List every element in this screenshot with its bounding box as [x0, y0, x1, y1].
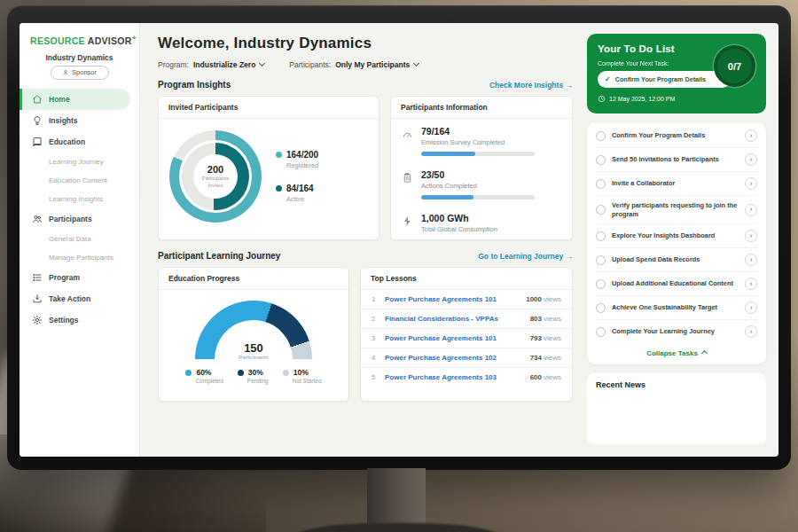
- task-row[interactable]: Explore Your Insights Dashboard ›: [596, 224, 757, 248]
- sidebar-item-learning-journey[interactable]: Learning Journey: [20, 153, 139, 171]
- section-title: Program Insights: [158, 80, 231, 90]
- lesson-row[interactable]: 3 Power Purchase Agreements 101 793views: [361, 329, 572, 348]
- sidebar-item-label: General Data: [49, 235, 91, 243]
- sidebar-item-general-data[interactable]: General Data: [20, 230, 139, 248]
- legend-dot: [185, 370, 192, 376]
- program-dropdown[interactable]: Program:Industrialize Zero: [158, 60, 264, 69]
- sidebar-item-take-action[interactable]: Take Action: [20, 288, 139, 309]
- task-checkbox[interactable]: [596, 327, 606, 337]
- task-row[interactable]: Achieve One Sustainability Target ›: [596, 296, 757, 320]
- legend-label: Registered: [286, 161, 318, 169]
- collapse-tasks-button[interactable]: Collapse Tasks: [596, 343, 757, 361]
- gear-icon: [32, 315, 43, 325]
- chevron-right-icon[interactable]: ›: [745, 204, 757, 216]
- chevron-right-icon[interactable]: ›: [745, 153, 757, 166]
- lesson-row[interactable]: 4 Power Purchase Agreements 102 734views: [361, 348, 572, 368]
- sponsor-badge[interactable]: Sponsor: [51, 66, 109, 80]
- sidebar-item-participants[interactable]: Participants: [20, 208, 139, 230]
- lesson-link[interactable]: Financial Considerations - VPPAs: [385, 315, 522, 323]
- org-name: Industry Dynamics: [20, 53, 139, 62]
- todo-panel: Your To Do List 0/7 Complete Your Next T…: [585, 23, 778, 457]
- photo-background: RESOURCE ADVISOR+ Industry Dynamics Spon…: [0, 0, 798, 532]
- donut-center-label: Participants Invited: [197, 176, 234, 188]
- task-checkbox[interactable]: [596, 205, 606, 215]
- gauge-center: 150 Participants: [195, 341, 312, 359]
- legend-item-not-started: 10% Not Started: [283, 368, 322, 384]
- legend-value: 84/164: [286, 184, 314, 193]
- card-title: Education Progress: [159, 268, 348, 290]
- donut-center: 200 Participants Invited: [193, 154, 238, 199]
- task-row[interactable]: Confirm Your Program Details ›: [596, 124, 757, 148]
- sidebar-item-label: Participants: [49, 215, 92, 223]
- task-row[interactable]: Complete Your Learning Journey ›: [596, 320, 757, 343]
- chevron-right-icon[interactable]: ›: [745, 254, 757, 266]
- sidebar-item-education-content[interactable]: Education Content: [20, 171, 139, 190]
- chevron-right-icon[interactable]: ›: [745, 278, 757, 290]
- sponsor-badge-label: Sponsor: [72, 68, 97, 76]
- go-to-learning-journey-link[interactable]: Go to Learning Journey →: [478, 252, 573, 261]
- participants-value: Only My Participants: [335, 60, 410, 69]
- sidebar-item-manage-participants[interactable]: Manage Participants: [20, 248, 139, 267]
- info-value: 1,000 GWh: [421, 213, 497, 223]
- lesson-views: 600views: [530, 373, 561, 381]
- task-row[interactable]: Verify participants requesting to join t…: [596, 196, 757, 224]
- chevron-right-icon[interactable]: ›: [745, 129, 757, 142]
- learning-journey-header: Participant Learning Journey Go to Learn…: [158, 251, 573, 261]
- lesson-row[interactable]: 1 Power Purchase Agreements 101 1000view…: [361, 290, 572, 309]
- sidebar-item-home[interactable]: Home: [20, 89, 130, 110]
- recent-news-title: Recent News: [596, 380, 757, 389]
- sidebar-item-program[interactable]: Program: [20, 267, 139, 288]
- task-row[interactable]: Upload Spend Data Records ›: [596, 248, 757, 272]
- task-checkbox[interactable]: [596, 303, 606, 313]
- participants-dropdown[interactable]: Participants:Only My Participants: [289, 60, 419, 69]
- sidebar-item-learning-insights[interactable]: Learning Insights: [20, 190, 139, 208]
- person-icon: [62, 69, 69, 76]
- task-checkbox[interactable]: [596, 131, 606, 141]
- task-row[interactable]: Invite a Collaborator ›: [596, 172, 757, 196]
- next-task-pill[interactable]: ✓ Confirm Your Program Details: [598, 71, 731, 88]
- sidebar-item-education[interactable]: Education: [20, 131, 139, 153]
- clock-icon: [598, 95, 606, 103]
- filter-bar: Program:Industrialize Zero Participants:…: [158, 60, 573, 69]
- chevron-right-icon[interactable]: ›: [745, 325, 757, 338]
- lightbulb-icon: [32, 115, 43, 126]
- lesson-link[interactable]: Power Purchase Agreements 101: [385, 295, 518, 303]
- monitor-bezel: RESOURCE ADVISOR+ Industry Dynamics Spon…: [7, 5, 791, 470]
- task-checkbox[interactable]: [596, 155, 606, 165]
- check-more-insights-link[interactable]: Check More Insights →: [489, 81, 573, 90]
- lesson-rank: 3: [372, 334, 377, 342]
- todo-tasks-card: Confirm Your Program Details › Send 50 I…: [587, 122, 766, 364]
- task-checkbox[interactable]: [596, 255, 606, 265]
- task-row[interactable]: Send 50 Invitations to Participants ›: [596, 148, 757, 172]
- sidebar-item-settings[interactable]: Settings: [20, 309, 139, 331]
- sidebar-item-insights[interactable]: Insights: [20, 110, 139, 131]
- lesson-row[interactable]: 2 Financial Considerations - VPPAs 803vi…: [361, 309, 572, 329]
- legend-value: 164/200: [286, 150, 318, 160]
- sidebar: RESOURCE ADVISOR+ Industry Dynamics Spon…: [20, 23, 140, 457]
- lesson-link[interactable]: Power Purchase Agreements 103: [385, 373, 522, 381]
- invited-participants-card: Invited Participants 200 Participants In…: [158, 96, 379, 240]
- sidebar-item-label: Settings: [49, 316, 79, 325]
- lesson-row[interactable]: 5 Power Purchase Agreements 103 600views: [361, 368, 572, 387]
- task-checkbox[interactable]: [596, 231, 606, 241]
- education-progress-card: Education Progress 150 Participants 60: [158, 267, 349, 402]
- lesson-link[interactable]: Power Purchase Agreements 102: [385, 354, 522, 362]
- chevron-right-icon[interactable]: ›: [745, 230, 757, 242]
- legend-item-pending: 30% Pending: [238, 368, 269, 384]
- chevron-right-icon[interactable]: ›: [745, 177, 757, 190]
- lesson-link[interactable]: Power Purchase Agreements 101: [385, 334, 522, 342]
- task-row[interactable]: Upload Additional Educational Content ›: [596, 272, 757, 296]
- screen: RESOURCE ADVISOR+ Industry Dynamics Spon…: [20, 23, 778, 457]
- program-label: Program:: [158, 60, 189, 69]
- gauge-center-label: Participants: [195, 355, 312, 359]
- logo-plus: +: [132, 34, 137, 42]
- clipboard-icon: [402, 171, 413, 183]
- check-icon: ✓: [605, 75, 611, 83]
- progress-track: [421, 152, 535, 156]
- lesson-views: 793views: [530, 334, 561, 342]
- task-checkbox[interactable]: [596, 279, 606, 289]
- chevron-right-icon[interactable]: ›: [745, 301, 757, 314]
- task-checkbox[interactable]: [596, 179, 606, 189]
- lesson-rank: 5: [372, 373, 377, 381]
- legend-item-active: 84/164 Active: [276, 184, 318, 203]
